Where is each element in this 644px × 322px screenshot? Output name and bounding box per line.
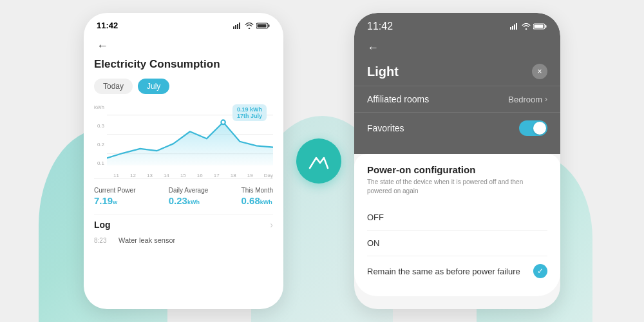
affiliated-rooms-item[interactable]: Affiliated rooms Bedroom ›: [354, 86, 560, 112]
stat-label-2: This Month: [242, 187, 273, 194]
device-name: Light: [367, 64, 399, 79]
left-back-button[interactable]: ←: [84, 34, 283, 58]
stats-row: Current Power 7.19w Daily Average 0.23kW…: [94, 178, 273, 214]
svg-rect-14: [514, 24, 515, 30]
tooltip-date: 17th July: [237, 113, 262, 119]
left-status-icons: [233, 23, 270, 29]
svg-rect-17: [545, 25, 547, 28]
right-wifi-icon: [522, 23, 531, 30]
power-option-remain[interactable]: Remain the same as before power failure …: [367, 256, 547, 286]
log-arrow-icon[interactable]: ›: [270, 220, 273, 230]
x-13: 13: [147, 173, 153, 178]
right-status-icons: [510, 23, 547, 30]
stat-this-month: This Month 0.68kWh: [242, 187, 273, 206]
close-button[interactable]: ×: [532, 64, 547, 79]
center-logo: [296, 138, 341, 184]
stat-value-0: 7.19w: [94, 195, 135, 206]
left-phone-content: Electricity Consumption Today July kWh 0…: [84, 58, 283, 247]
power-option-on[interactable]: ON: [367, 231, 547, 256]
right-battery-icon: [533, 23, 547, 30]
favorites-label: Favorites: [367, 123, 404, 133]
stat-current-power: Current Power 7.19w: [94, 187, 135, 206]
electricity-title: Electricity Consumption: [94, 58, 273, 71]
left-phone: 11:42 ←: [84, 13, 283, 309]
right-phone-top: 11:42: [354, 13, 560, 154]
selected-check-icon: ✓: [533, 264, 547, 278]
right-time: 11:42: [367, 21, 393, 32]
affiliated-rooms-label: Affiliated rooms: [367, 94, 429, 104]
y-val-01: 0.1: [97, 160, 104, 166]
power-option-off-label: OFF: [367, 213, 384, 222]
log-header: Log ›: [94, 214, 273, 234]
log-time-0: 8:23: [94, 237, 112, 244]
power-config-desc: The state of the device when it is power…: [367, 178, 547, 196]
stat-value-2: 0.68kWh: [242, 195, 273, 206]
x-16: 16: [197, 173, 203, 178]
svg-rect-5: [269, 24, 270, 27]
x-19: 19: [247, 173, 253, 178]
power-option-off[interactable]: OFF: [367, 205, 547, 231]
right-signal-icon: [510, 23, 519, 30]
chevron-icon: ›: [545, 95, 547, 104]
chart-area: 0.19 kWh 17th July: [107, 104, 273, 171]
stat-label-0: Current Power: [94, 187, 135, 194]
y-axis: kWh 0.3 0.2 0.1: [94, 104, 104, 169]
svg-rect-0: [233, 26, 234, 29]
stat-label-1: Daily Average: [169, 187, 209, 194]
svg-rect-6: [258, 24, 267, 27]
svg-point-11: [222, 121, 224, 124]
chart-wrapper: kWh 0.3 0.2 0.1: [94, 104, 273, 171]
right-status-bar: 11:42: [354, 13, 560, 36]
x-14: 14: [164, 173, 169, 178]
svg-rect-3: [239, 23, 240, 29]
y-val-02: 0.2: [97, 142, 104, 147]
x-12: 12: [130, 173, 136, 178]
tab-july[interactable]: July: [138, 79, 169, 94]
log-title: Log: [94, 220, 111, 230]
affiliated-rooms-value: Bedroom ›: [508, 95, 547, 104]
signal-icon: [233, 23, 242, 29]
x-17: 17: [214, 173, 220, 178]
right-phone: 11:42: [354, 13, 560, 309]
tab-today[interactable]: Today: [94, 79, 133, 94]
svg-rect-18: [535, 25, 544, 28]
svg-rect-1: [235, 25, 236, 29]
chart-tooltip: 0.19 kWh 17th July: [232, 104, 267, 121]
svg-rect-12: [510, 27, 511, 30]
y-label-kwh: kWh: [94, 104, 104, 110]
x-axis-labels: 11 12 13 14 15 16 17 18 19 Day: [113, 173, 273, 178]
app-container: 11:42 ←: [0, 0, 644, 322]
svg-rect-15: [516, 23, 517, 30]
power-config-title: Power-on configuration: [367, 164, 547, 175]
x-15: 15: [180, 173, 186, 178]
wifi-icon: [245, 23, 254, 29]
x-day: Day: [264, 173, 273, 178]
mountain-icon: [307, 151, 330, 171]
left-status-bar: 11:42: [84, 13, 283, 34]
right-back-button[interactable]: ←: [354, 36, 560, 57]
svg-rect-2: [237, 24, 238, 29]
power-option-on-label: ON: [367, 238, 380, 248]
favorites-toggle[interactable]: [519, 120, 547, 136]
y-val-03: 0.3: [97, 123, 104, 129]
power-config-panel: Power-on configuration The state of the …: [354, 154, 560, 296]
device-title-row: Light ×: [354, 57, 560, 86]
tab-row: Today July: [94, 79, 273, 94]
log-text-0: Water leak sensor: [118, 236, 175, 244]
tooltip-value: 0.19 kWh: [237, 106, 262, 113]
power-option-remain-label: Remain the same as before power failure: [367, 267, 520, 276]
stat-daily-average: Daily Average 0.23kWh: [169, 187, 209, 206]
toggle-knob: [533, 122, 546, 135]
favorites-item[interactable]: Favorites: [354, 112, 560, 144]
left-time: 11:42: [97, 21, 118, 30]
svg-rect-13: [512, 26, 513, 30]
log-item-0: 8:23 Water leak sensor: [94, 234, 273, 247]
battery-icon: [256, 23, 270, 29]
stat-value-1: 0.23kWh: [169, 195, 209, 206]
x-11: 11: [113, 173, 119, 178]
x-18: 18: [231, 173, 236, 178]
